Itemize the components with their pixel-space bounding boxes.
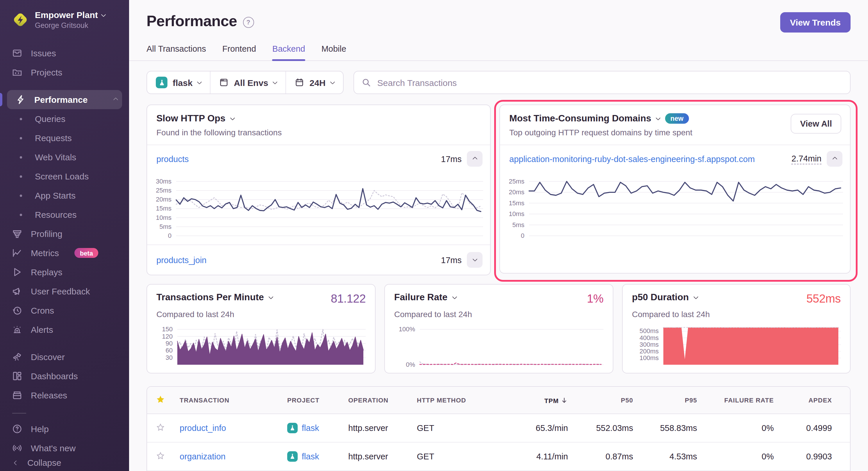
sidebar-item-label: Profiling bbox=[31, 229, 62, 239]
project-cell[interactable]: flask bbox=[287, 451, 337, 462]
svg-text:15ms: 15ms bbox=[156, 205, 172, 212]
sidebar-item-label: Alerts bbox=[31, 325, 53, 335]
star-toggle[interactable] bbox=[147, 414, 174, 442]
sidebar-item-profiling[interactable]: Profiling bbox=[0, 224, 129, 243]
svg-text:100ms: 100ms bbox=[640, 354, 659, 362]
collapse-button[interactable] bbox=[467, 151, 483, 167]
col-apdex[interactable]: APDEX bbox=[780, 387, 838, 414]
svg-text:100%: 100% bbox=[399, 326, 415, 333]
transaction-link[interactable]: organization bbox=[180, 452, 225, 461]
view-trends-button[interactable]: View Trends bbox=[780, 12, 850, 33]
star-toggle[interactable] bbox=[147, 442, 174, 471]
sidebar-item-dashboards[interactable]: Dashboards bbox=[0, 366, 129, 385]
project-cell[interactable]: flask bbox=[287, 423, 337, 433]
chevron-down-icon[interactable] bbox=[268, 294, 273, 299]
date-filter[interactable]: 24H bbox=[286, 71, 343, 94]
star-header[interactable] bbox=[147, 387, 174, 414]
col-p95[interactable]: P95 bbox=[639, 387, 703, 414]
flask-project-icon bbox=[156, 77, 167, 88]
sidebar-item-replays[interactable]: Replays bbox=[0, 263, 129, 282]
sidebar-item-crons[interactable]: Crons bbox=[0, 301, 129, 320]
sidebar-item-releases[interactable]: Releases bbox=[0, 385, 129, 405]
sidebar-item-issues[interactable]: Issues bbox=[0, 43, 129, 63]
sidebar-item-alerts[interactable]: Alerts bbox=[0, 320, 129, 339]
sidebar-item-whats-new[interactable]: What's new bbox=[0, 438, 129, 458]
sidebar-item-label: App Starts bbox=[35, 191, 75, 200]
sidebar-item-queries[interactable]: Queries bbox=[0, 109, 129, 128]
table-header-row: TRANSACTION PROJECT OPERATION HTTP METHO… bbox=[147, 387, 850, 414]
transaction-link[interactable]: products_join bbox=[156, 255, 436, 265]
lightning-icon bbox=[15, 94, 26, 105]
svg-text:150: 150 bbox=[162, 326, 173, 333]
card-title: p50 Duration bbox=[632, 292, 689, 303]
sidebar-item-help[interactable]: Help bbox=[0, 419, 129, 438]
sidebar-item-resources[interactable]: Resources bbox=[0, 205, 129, 224]
col-users[interactable]: USERS bbox=[838, 387, 850, 414]
svg-text:15ms: 15ms bbox=[509, 200, 524, 207]
domains-card-wrap: Most Time-Consuming Domains new Top outg… bbox=[499, 105, 850, 275]
search-icon bbox=[362, 78, 371, 87]
sidebar-nav: Issues Projects Performance Queries Requ… bbox=[0, 43, 129, 458]
play-icon bbox=[12, 267, 22, 277]
chevron-down-icon[interactable] bbox=[230, 115, 235, 120]
failure-rate-chart: 100%0% bbox=[394, 324, 603, 368]
env-icon bbox=[219, 78, 228, 87]
domain-link[interactable]: application-monitoring-ruby-dot-sales-en… bbox=[509, 154, 786, 164]
sidebar-item-label: Performance bbox=[34, 95, 88, 105]
sidebar-item-performance[interactable]: Performance bbox=[7, 90, 122, 109]
http-method-cell: GET bbox=[411, 414, 509, 442]
tpm-card: Transactions Per Minute 81.122 Compared … bbox=[147, 284, 376, 373]
view-all-button[interactable]: View All bbox=[791, 114, 841, 134]
env-filter[interactable]: All Envs bbox=[210, 71, 285, 94]
search-input[interactable] bbox=[376, 77, 842, 88]
col-project[interactable]: PROJECT bbox=[281, 387, 342, 414]
col-tpm[interactable]: TPM bbox=[509, 387, 574, 414]
col-operation[interactable]: OPERATION bbox=[342, 387, 411, 414]
transaction-link[interactable]: products bbox=[156, 154, 436, 164]
sidebar-item-label: Requests bbox=[35, 133, 72, 143]
sidebar-item-user-feedback[interactable]: User Feedback bbox=[0, 282, 129, 301]
svg-text:25ms: 25ms bbox=[156, 187, 172, 194]
col-transaction[interactable]: TRANSACTION bbox=[174, 387, 281, 414]
op-value[interactable]: 2.74min bbox=[792, 154, 822, 164]
svg-text:0: 0 bbox=[521, 232, 524, 239]
col-failure-rate[interactable]: FAILURE RATE bbox=[703, 387, 780, 414]
sidebar-item-label: Issues bbox=[31, 48, 56, 58]
org-user: George Gritsouk bbox=[35, 22, 105, 30]
svg-text:120: 120 bbox=[162, 333, 173, 340]
svg-text:90: 90 bbox=[166, 340, 173, 347]
table-row: organization flask http.server GET 4.11/… bbox=[147, 442, 850, 471]
collapse-button[interactable] bbox=[827, 151, 842, 167]
tab-all-transactions[interactable]: All Transactions bbox=[147, 44, 206, 60]
sidebar-collapse[interactable]: Collapse bbox=[0, 458, 129, 468]
tab-mobile[interactable]: Mobile bbox=[321, 44, 346, 60]
transaction-link[interactable]: product_info bbox=[180, 424, 226, 433]
chevron-down-icon[interactable] bbox=[693, 294, 698, 299]
sidebar-item-app-starts[interactable]: App Starts bbox=[0, 186, 129, 205]
sidebar-item-metrics[interactable]: Metrics beta bbox=[0, 243, 129, 263]
org-switcher[interactable]: Empower Plant George Gritsouk bbox=[0, 0, 129, 30]
sidebar-item-web-vitals[interactable]: Web Vitals bbox=[0, 147, 129, 167]
col-p50[interactable]: P50 bbox=[574, 387, 639, 414]
svg-text:200ms: 200ms bbox=[640, 347, 659, 355]
sidebar-item-requests[interactable]: Requests bbox=[0, 128, 129, 147]
sidebar-item-label: Replays bbox=[31, 267, 62, 277]
sidebar-item-screen-loads[interactable]: Screen Loads bbox=[0, 167, 129, 186]
expand-button[interactable] bbox=[467, 252, 483, 268]
tab-frontend[interactable]: Frontend bbox=[222, 44, 256, 60]
apdex-cell: 0.4999 bbox=[780, 414, 838, 442]
org-logo-icon bbox=[12, 11, 29, 29]
p50-cell: 0.87ms bbox=[574, 442, 639, 471]
sidebar-item-discover[interactable]: Discover bbox=[0, 347, 129, 366]
p50-cell: 552.03ms bbox=[574, 414, 639, 442]
sidebar-item-label: Web Vitals bbox=[35, 152, 76, 162]
sidebar-item-projects[interactable]: Projects bbox=[0, 63, 129, 82]
col-http-method[interactable]: HTTP METHOD bbox=[411, 387, 509, 414]
telescope-icon bbox=[12, 352, 22, 362]
help-circle-icon[interactable]: ? bbox=[243, 16, 254, 28]
svg-text:20ms: 20ms bbox=[509, 189, 524, 196]
tab-backend[interactable]: Backend bbox=[272, 44, 305, 60]
chevron-down-icon[interactable] bbox=[452, 294, 457, 299]
project-filter[interactable]: flask bbox=[147, 71, 210, 94]
chevron-down-icon[interactable] bbox=[656, 115, 661, 120]
